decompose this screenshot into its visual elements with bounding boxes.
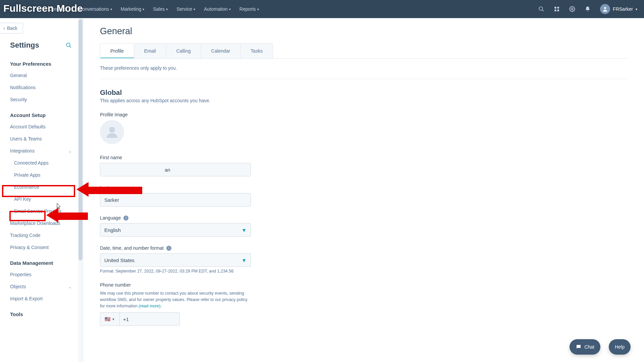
select-value: United States (104, 257, 135, 263)
profile-avatar[interactable] (100, 120, 124, 144)
tab-calling[interactable]: Calling (166, 44, 201, 58)
phone-country-select[interactable]: 🇺🇸 ▼ (100, 312, 119, 326)
language-select[interactable]: English ▼ (100, 223, 251, 237)
nav-label: Sales (153, 6, 165, 12)
sidebar-item-ecommerce[interactable]: Ecommerce (0, 181, 78, 193)
tab-bar: Profile Email Calling Calendar Tasks (100, 43, 273, 59)
sidebar-item-general[interactable]: General (0, 69, 78, 81)
sidebar-item-marketplace-downloads[interactable]: Marketplace Downloads (0, 217, 78, 229)
sidebar-item-label: Objects (10, 284, 26, 289)
nav-label: Automation (204, 6, 228, 12)
select-value: English (104, 227, 121, 233)
prefs-note: These preferences only apply to you. (100, 65, 627, 71)
user-name: FRSarker (613, 6, 633, 12)
nav-label: Service (176, 6, 192, 12)
flag-us-icon: 🇺🇸 (105, 316, 110, 322)
tools-header: Tools (0, 305, 78, 320)
svg-point-6 (572, 8, 573, 10)
date-format-label: Date, time, and number format (100, 245, 164, 251)
svg-rect-2 (554, 7, 556, 8)
input-value: +1 (123, 316, 129, 322)
svg-point-7 (604, 7, 606, 9)
svg-line-1 (542, 10, 544, 11)
sidebar-item-integrations[interactable]: Integrations ⌄ (0, 145, 78, 157)
nav-marketing[interactable]: Marketing▾ (121, 6, 144, 12)
svg-rect-5 (557, 10, 559, 11)
sidebar-item-email-service-provider[interactable]: Email Service Provider (0, 205, 78, 217)
gear-icon[interactable] (569, 6, 575, 12)
back-label: Back (7, 25, 17, 31)
bell-icon[interactable] (585, 6, 591, 12)
info-icon[interactable]: i (123, 216, 128, 221)
scrollbar-thumb[interactable] (78, 19, 83, 260)
caret-down-icon: ▼ (112, 317, 115, 321)
format-example: Format: September 27, 2022, 09-27-2022, … (100, 269, 627, 274)
read-more-link[interactable]: (read more) (139, 304, 160, 308)
nav-service[interactable]: Service▾ (176, 6, 195, 12)
sidebar-item-objects[interactable]: Objects ⌄ (0, 281, 78, 293)
svg-rect-3 (557, 7, 559, 8)
account-header: Account Setup (0, 106, 78, 121)
back-button[interactable]: ‹ Back (0, 23, 23, 34)
nav-reports[interactable]: Reports▾ (239, 6, 259, 12)
sidebar-item-properties[interactable]: Properties (0, 268, 78, 281)
sidebar-item-users-teams[interactable]: Users & Teams (0, 133, 78, 145)
help-widget[interactable]: Help (609, 339, 631, 355)
marketplace-icon[interactable] (554, 6, 560, 12)
phone-label: Phone number (100, 282, 627, 288)
data-mgmt-header: Data Management (0, 253, 78, 268)
user-menu[interactable]: FRSarker ▾ (600, 4, 637, 14)
svg-rect-4 (554, 10, 556, 11)
nav-conversations[interactable]: Conversations▾ (79, 6, 112, 12)
chat-widget[interactable]: Chat (570, 339, 600, 355)
sidebar-item-private-apps[interactable]: Private Apps (0, 169, 78, 181)
nav-label: Contacts (49, 6, 67, 12)
svg-line-9 (69, 46, 71, 48)
nav-sales[interactable]: Sales▾ (153, 6, 168, 12)
sidebar-item-tracking-code[interactable]: Tracking Code (0, 229, 78, 241)
chevron-down-icon: ▾ (229, 7, 231, 11)
chevron-down-icon: ⌄ (68, 285, 72, 289)
caret-down-icon: ▼ (241, 257, 247, 263)
sidebar-item-security[interactable]: Security (0, 94, 78, 106)
phone-input[interactable]: +1 (119, 312, 180, 326)
scrollbar-track[interactable] (78, 18, 83, 362)
chevron-down-icon: ▾ (143, 7, 144, 11)
settings-title: Settings (10, 41, 39, 50)
chevron-down-icon: ▾ (257, 7, 259, 11)
nav-contacts[interactable]: Contacts▾ (49, 6, 70, 12)
sidebar-item-connected-apps[interactable]: Connected Apps (0, 157, 78, 169)
sidebar-item-api-key[interactable]: API Key (0, 193, 78, 205)
nav-label: Reports (239, 6, 256, 12)
divider (100, 79, 627, 79)
first-name-input[interactable]: an (100, 163, 251, 176)
page-title: General (100, 26, 627, 37)
tab-calendar[interactable]: Calendar (201, 44, 241, 58)
search-icon[interactable] (538, 6, 544, 12)
last-name-input[interactable]: Sarker (100, 193, 251, 206)
search-icon[interactable] (66, 42, 72, 48)
caret-down-icon: ▼ (241, 227, 247, 233)
info-icon[interactable]: i (166, 246, 171, 251)
avatar (600, 4, 610, 14)
chevron-down-icon: ▾ (110, 7, 112, 11)
widget-label: Chat (584, 344, 594, 350)
nav-automation[interactable]: Automation▾ (204, 6, 231, 12)
sidebar-item-notifications[interactable]: Notifications (0, 81, 78, 94)
date-format-select[interactable]: United States ▼ (100, 253, 251, 267)
sidebar-item-import-export[interactable]: Import & Export (0, 293, 78, 305)
nav-label: Conversations (79, 6, 109, 12)
tab-email[interactable]: Email (134, 44, 166, 58)
sidebar-item-account-defaults[interactable]: Account Defaults (0, 121, 78, 133)
global-subtext: This applies across any HubSpot accounts… (100, 98, 627, 103)
widget-label: Help (615, 344, 625, 350)
chevron-down-icon: ▾ (194, 7, 195, 11)
first-name-label: First name (100, 155, 627, 160)
svg-point-8 (66, 43, 70, 47)
sidebar-item-privacy-consent[interactable]: Privacy & Consent (0, 241, 78, 253)
svg-point-0 (539, 7, 543, 10)
tab-tasks[interactable]: Tasks (240, 44, 273, 58)
phone-description: We may use this phone number to contact … (100, 290, 251, 309)
tab-profile[interactable]: Profile (100, 44, 134, 58)
profile-image-label: Profile Image (100, 112, 627, 117)
